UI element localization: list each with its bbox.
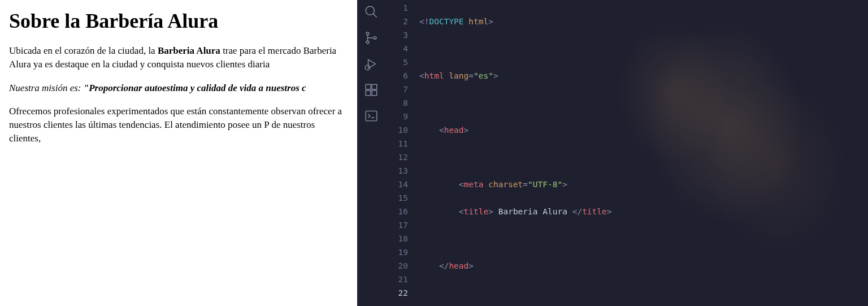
- line-number: 17: [385, 218, 408, 232]
- code-token: html: [464, 17, 489, 26]
- svg-point-2: [366, 32, 369, 35]
- p1-text-pre: Ubicada en el corazón de la ciudad, la: [9, 45, 158, 56]
- line-number: 3: [385, 28, 408, 42]
- line-number: 11: [385, 137, 408, 150]
- svg-rect-10: [372, 90, 377, 96]
- line-number: 18: [385, 232, 408, 245]
- line-number: 20: [385, 259, 408, 273]
- line-number: 8: [385, 96, 408, 110]
- line-number: 6: [385, 69, 408, 83]
- line-number: 9: [385, 110, 408, 123]
- paragraph-3: Ofrecemos profesionales experimentados q…: [9, 105, 348, 145]
- code-token: head: [444, 126, 464, 135]
- code-token: <!: [419, 17, 429, 26]
- svg-point-0: [366, 6, 374, 15]
- line-number: 19: [385, 245, 408, 259]
- extensions-icon[interactable]: [364, 83, 379, 97]
- code-token: "es": [474, 71, 493, 80]
- line-number: 21: [385, 273, 408, 286]
- line-number: 7: [385, 83, 408, 96]
- line-number: 2: [385, 15, 408, 28]
- activity-bar: [357, 0, 385, 306]
- line-number: 13: [385, 164, 408, 178]
- source-control-icon[interactable]: [364, 31, 379, 45]
- line-number-current: 22: [385, 286, 408, 300]
- code-token: head: [449, 261, 468, 270]
- paragraph-2: Nuestra misión es: "Proporcionar autoest…: [9, 81, 348, 95]
- code-token: >: [493, 71, 498, 80]
- code-token: title: [582, 207, 607, 216]
- code-token: html: [424, 71, 444, 80]
- svg-marker-5: [368, 59, 376, 68]
- code-token: meta: [464, 180, 484, 189]
- code-token: >: [607, 207, 612, 216]
- code-token: lang: [444, 71, 469, 80]
- code-token: title: [464, 207, 489, 216]
- line-number: 12: [385, 150, 408, 164]
- code-token: <: [419, 71, 424, 80]
- line-number: 10: [385, 123, 408, 137]
- code-token: =: [468, 71, 474, 80]
- p1-strong: Barberia Alura: [158, 45, 220, 56]
- editor-pane: 1 2 3 4 5 6 7 8 9 10 11 12 13 14 15 16 1…: [357, 0, 868, 306]
- line-number: 1: [385, 1, 408, 15]
- code-content[interactable]: <!DOCTYPE html> <html lang="es"> <head> …: [419, 0, 868, 306]
- terminal-icon[interactable]: [364, 109, 379, 123]
- svg-rect-7: [366, 84, 371, 89]
- code-token: >: [464, 126, 469, 135]
- page-title: Sobre la Barbería Alura: [9, 9, 348, 33]
- code-token: >: [562, 180, 567, 189]
- p2-em-strong: "Proporcionar autoestima y calidad de vi…: [84, 83, 306, 93]
- code-token: <: [459, 207, 464, 216]
- svg-line-1: [373, 14, 377, 18]
- code-token: charset: [484, 180, 523, 189]
- code-token: >: [488, 17, 493, 26]
- code-token: <: [439, 126, 444, 135]
- code-token: =: [523, 180, 528, 189]
- paragraph-1: Ubicada en el corazón de la ciudad, la B…: [9, 44, 348, 71]
- line-number: 15: [385, 191, 408, 205]
- search-icon[interactable]: [364, 5, 379, 19]
- svg-rect-11: [366, 111, 377, 120]
- code-token: </: [572, 207, 582, 216]
- line-number: 4: [385, 42, 408, 55]
- svg-rect-9: [366, 90, 371, 96]
- code-token: DOCTYPE: [429, 17, 463, 26]
- p2-em-pre: Nuestra misión es:: [9, 83, 84, 93]
- browser-preview-pane: Sobre la Barbería Alura Ubicada en el co…: [0, 0, 357, 306]
- editor-area[interactable]: 1 2 3 4 5 6 7 8 9 10 11 12 13 14 15 16 1…: [385, 0, 868, 306]
- code-token: </: [439, 261, 449, 270]
- p2-em: Nuestra misión es: "Proporcionar autoest…: [9, 83, 306, 93]
- svg-point-3: [366, 41, 369, 44]
- code-token: <: [459, 180, 464, 189]
- code-token: >: [488, 207, 493, 216]
- svg-point-4: [374, 37, 376, 40]
- run-debug-icon[interactable]: [364, 57, 379, 71]
- line-number: 16: [385, 205, 408, 218]
- line-numbers-gutter: 1 2 3 4 5 6 7 8 9 10 11 12 13 14 15 16 1…: [385, 0, 419, 306]
- line-number: 5: [385, 55, 408, 69]
- code-token: >: [468, 261, 474, 270]
- line-number: 14: [385, 178, 408, 191]
- code-token: "UTF-8": [528, 180, 562, 189]
- code-token: Barberia Alura: [493, 207, 572, 216]
- svg-rect-8: [372, 84, 377, 89]
